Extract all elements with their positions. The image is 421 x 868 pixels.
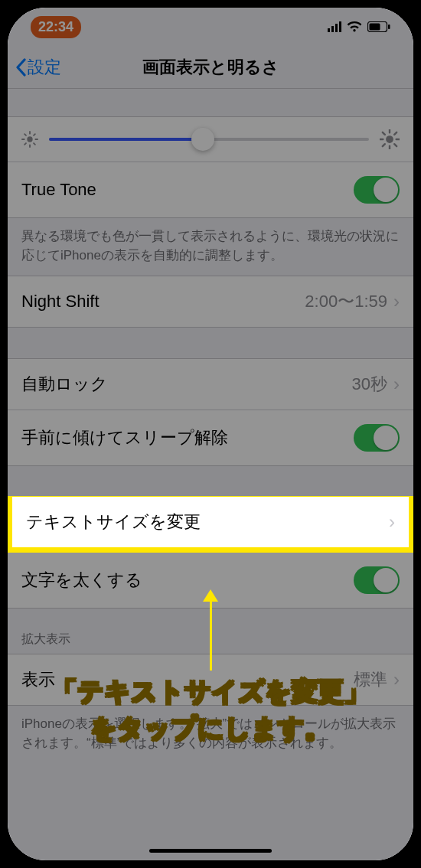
brightness-slider[interactable] bbox=[49, 138, 369, 141]
raise-row: 手前に傾けてスリープ解除 bbox=[8, 410, 413, 465]
screen: 22:34 設定 画面表示と明るさ bbox=[8, 8, 413, 860]
svg-line-19 bbox=[383, 144, 385, 146]
zoom-desc: iPhoneの表示を選択します。“拡大”ではコントロールが拡大表示されます。“標… bbox=[8, 706, 413, 763]
back-label: 設定 bbox=[28, 56, 61, 79]
cellular-icon bbox=[328, 21, 341, 32]
svg-line-11 bbox=[34, 134, 35, 135]
raise-label: 手前に傾けてスリープ解除 bbox=[21, 426, 228, 449]
autolock-row[interactable]: 自動ロック 30秒 › bbox=[8, 359, 413, 410]
svg-point-12 bbox=[386, 135, 393, 143]
svg-rect-1 bbox=[370, 24, 380, 31]
svg-rect-2 bbox=[388, 24, 390, 29]
nightshift-row[interactable]: Night Shift 2:00〜1:59 › bbox=[8, 276, 413, 327]
chevron-right-icon: › bbox=[393, 291, 400, 312]
nightshift-label: Night Shift bbox=[21, 292, 100, 312]
wifi-icon bbox=[347, 21, 362, 33]
status-time: 22:34 bbox=[31, 16, 81, 38]
zoom-value: 標準 bbox=[354, 668, 387, 691]
textsize-label: テキストサイズを変更 bbox=[26, 511, 201, 534]
svg-line-18 bbox=[394, 144, 397, 146]
bold-switch[interactable] bbox=[354, 566, 400, 594]
brightness-row bbox=[8, 117, 413, 162]
brightness-low-icon bbox=[21, 131, 38, 148]
svg-line-10 bbox=[24, 143, 26, 145]
truetone-label: True Tone bbox=[21, 180, 96, 200]
chevron-right-icon: › bbox=[393, 669, 400, 690]
svg-line-9 bbox=[34, 143, 35, 145]
chevron-right-icon: › bbox=[393, 374, 400, 395]
truetone-switch[interactable] bbox=[354, 176, 400, 204]
autolock-value: 30秒 bbox=[352, 373, 387, 396]
zoom-label: 表示 bbox=[21, 668, 55, 691]
back-button[interactable]: 設定 bbox=[15, 56, 61, 79]
svg-line-8 bbox=[24, 134, 26, 135]
bold-label: 文字を太くする bbox=[21, 569, 142, 592]
page-title: 画面表示と明るさ bbox=[142, 56, 279, 79]
brightness-high-icon bbox=[380, 129, 400, 149]
chevron-left-icon bbox=[15, 58, 26, 77]
nav-bar: 設定 画面表示と明るさ bbox=[8, 46, 413, 89]
nightshift-value: 2:00〜1:59 bbox=[305, 290, 387, 313]
svg-point-3 bbox=[27, 136, 32, 142]
bold-row: 文字を太くする bbox=[8, 552, 413, 608]
truetone-desc: 異なる環境でも色が一貫して表示されるように、環境光の状況に応じてiPhoneの表… bbox=[8, 218, 413, 276]
home-indicator[interactable] bbox=[149, 849, 272, 853]
chevron-right-icon: › bbox=[389, 511, 395, 533]
truetone-row: True Tone bbox=[8, 162, 413, 217]
zoom-row[interactable]: 表示 標準 › bbox=[8, 654, 413, 705]
textsize-row[interactable]: テキストサイズを変更 › bbox=[8, 497, 413, 552]
autolock-label: 自動ロック bbox=[21, 373, 108, 396]
zoom-header: 拡大表示 bbox=[8, 609, 413, 654]
svg-line-17 bbox=[383, 132, 385, 135]
svg-line-20 bbox=[394, 132, 397, 135]
status-bar: 22:34 bbox=[8, 8, 413, 46]
battery-icon bbox=[367, 21, 390, 32]
raise-switch[interactable] bbox=[354, 424, 400, 452]
